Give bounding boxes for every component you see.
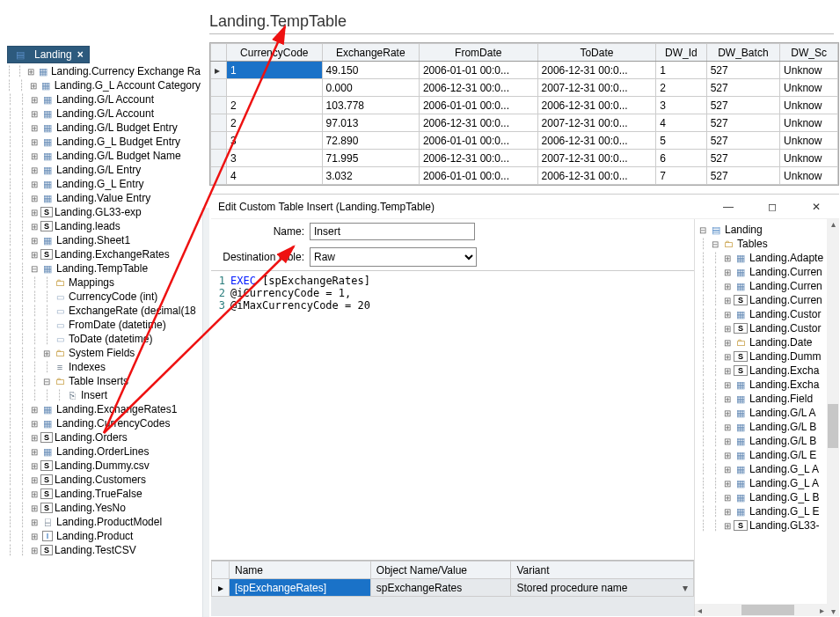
tree-item[interactable]: Landing.Adapte: [697, 251, 839, 265]
minimize-button[interactable]: —: [711, 195, 746, 218]
cell[interactable]: 2006-12-31 00:0...: [419, 114, 537, 132]
expand-icon[interactable]: [28, 447, 40, 457]
cell[interactable]: 4: [227, 167, 323, 185]
tree-item[interactable]: SLanding.Curren: [697, 293, 839, 307]
expand-icon[interactable]: [28, 475, 40, 485]
tree-item[interactable]: ToDate (datetime): [0, 332, 201, 346]
scroll-thumb[interactable]: [828, 404, 838, 448]
cell[interactable]: 527: [706, 97, 779, 114]
expand-icon[interactable]: [28, 165, 40, 175]
tree-item[interactable]: Landing.Date: [697, 335, 839, 349]
expand-icon[interactable]: [721, 366, 734, 376]
variables-list[interactable]: NameObject Name/ValueVariant▸ [spExchang…: [211, 560, 694, 616]
cell[interactable]: 5: [656, 132, 706, 150]
tree-item[interactable]: CurrencyCode (int): [0, 290, 201, 304]
table-row[interactable]: 2103.7782006-01-01 00:0...2006-12-31 00:…: [211, 97, 838, 114]
list-col-header[interactable]: Variant: [511, 562, 694, 579]
scroll-thumb-h[interactable]: [741, 605, 794, 615]
expand-icon[interactable]: [721, 451, 734, 460]
tree-item[interactable]: Landing.G_L E: [697, 504, 839, 518]
row-header[interactable]: [211, 114, 227, 132]
expand-icon[interactable]: [721, 437, 734, 446]
tree-item[interactable]: Mappings: [0, 275, 201, 290]
expand-icon[interactable]: [40, 349, 53, 358]
scroll-down-icon[interactable]: ▾: [831, 606, 836, 616]
cell[interactable]: 3: [227, 150, 323, 167]
expand-icon[interactable]: [27, 81, 39, 91]
row-header[interactable]: [211, 167, 227, 185]
tree-item[interactable]: Table Inserts: [0, 374, 201, 388]
tree-item[interactable]: Landing.ExchangeRates1: [0, 402, 201, 416]
tree-item[interactable]: Insert: [0, 388, 201, 402]
table-row[interactable]: 0.0002006-12-31 00:0...2007-12-31 00:0..…: [211, 79, 838, 97]
tree-item[interactable]: SLanding.ExchangeRates: [0, 247, 201, 261]
tree-item[interactable]: SLanding.Dummy.csv: [0, 459, 201, 473]
cell[interactable]: 2006-01-01 00:0...: [419, 62, 537, 79]
expand-icon[interactable]: [28, 489, 40, 499]
tree-item[interactable]: SLanding.Customers: [0, 473, 201, 487]
cell[interactable]: 2006-01-01 00:0...: [419, 167, 537, 185]
cell[interactable]: Unknow: [780, 150, 838, 167]
expand-icon[interactable]: [721, 282, 734, 291]
tree-item[interactable]: Landing.Custor: [697, 307, 839, 321]
tree-item[interactable]: Landing.Excha: [697, 378, 839, 392]
cell[interactable]: 0.000: [322, 79, 419, 97]
cell[interactable]: 6: [656, 150, 706, 167]
collapse-icon[interactable]: [40, 377, 53, 386]
cell[interactable]: 3: [656, 97, 706, 114]
scroll-up-icon[interactable]: ▴: [831, 219, 836, 229]
tree-item[interactable]: Landing.Product: [0, 529, 201, 543]
tree-item[interactable]: System Fields: [0, 346, 201, 360]
scroll-right-icon[interactable]: ▸: [817, 606, 827, 615]
tree-item[interactable]: FromDate (datetime): [0, 318, 201, 332]
expand-icon[interactable]: [721, 493, 734, 503]
tree-item[interactable]: Landing.G/L A: [697, 406, 839, 420]
tree-item[interactable]: SLanding.GL33-: [697, 518, 839, 533]
tree-item[interactable]: Landing.CurrencyCodes: [0, 416, 201, 430]
tree-item[interactable]: SLanding.leads: [0, 219, 201, 233]
cell[interactable]: 72.890: [322, 132, 419, 150]
column-header[interactable]: CurrencyCode: [227, 44, 323, 62]
expand-icon[interactable]: [721, 479, 734, 488]
tree-item[interactable]: Landing.Field: [697, 392, 839, 406]
row-header[interactable]: ▸: [212, 579, 230, 597]
table-row[interactable]: 371.9952006-12-31 00:0...2007-12-31 00:0…: [211, 150, 838, 167]
tree-item[interactable]: ExchangeRate (decimal(18: [0, 304, 201, 318]
cell[interactable]: 2006-01-01 00:0...: [419, 97, 537, 114]
cell[interactable]: 2006-12-31 00:0...: [419, 79, 537, 97]
expand-icon[interactable]: [721, 268, 734, 277]
cell[interactable]: Unknow: [780, 114, 838, 132]
cell[interactable]: 1: [656, 62, 706, 79]
tree-item[interactable]: Landing.G/L B: [697, 420, 839, 434]
tree-item[interactable]: SLanding.TestCSV: [0, 543, 201, 557]
expand-icon[interactable]: [28, 419, 40, 429]
table-row[interactable]: 297.0132006-12-31 00:0...2007-12-31 00:0…: [211, 114, 838, 132]
collapse-icon[interactable]: [697, 225, 709, 235]
collapse-icon[interactable]: [28, 264, 40, 274]
cell[interactable]: 2: [656, 79, 706, 97]
row-header[interactable]: [211, 97, 227, 114]
cell[interactable]: 3.032: [322, 167, 419, 185]
expand-icon[interactable]: [28, 123, 40, 133]
list-row[interactable]: ▸ [spExchangeRates] spExchangeRates Stor…: [212, 579, 694, 597]
expand-icon[interactable]: [28, 236, 40, 246]
list-col-header[interactable]: Object Name/Value: [370, 562, 511, 579]
maximize-button[interactable]: ◻: [755, 195, 790, 218]
tree-item[interactable]: Landing.G/L Budget Entry: [0, 121, 201, 135]
cell[interactable]: 2006-12-31 00:0...: [537, 132, 656, 150]
tree-item[interactable]: Landing.G_L Entry: [0, 177, 201, 191]
tree-item[interactable]: Landing.G/L Account: [0, 92, 201, 107]
tree-item[interactable]: Landing.TempTable: [0, 261, 201, 275]
cell[interactable]: Unknow: [780, 132, 838, 150]
name-input[interactable]: [310, 223, 475, 240]
row-header[interactable]: [211, 79, 227, 97]
column-header[interactable]: ExchangeRate: [322, 44, 419, 62]
cell[interactable]: 2006-12-31 00:0...: [537, 167, 656, 185]
expand-icon[interactable]: [721, 380, 734, 390]
cell[interactable]: 4: [656, 114, 706, 132]
expand-icon[interactable]: [721, 352, 734, 362]
tree-tab[interactable]: Landing ×: [7, 46, 90, 63]
close-button[interactable]: ✕: [799, 195, 834, 218]
expand-icon[interactable]: [28, 151, 40, 161]
tree-item[interactable]: SLanding.Excha: [697, 364, 839, 378]
